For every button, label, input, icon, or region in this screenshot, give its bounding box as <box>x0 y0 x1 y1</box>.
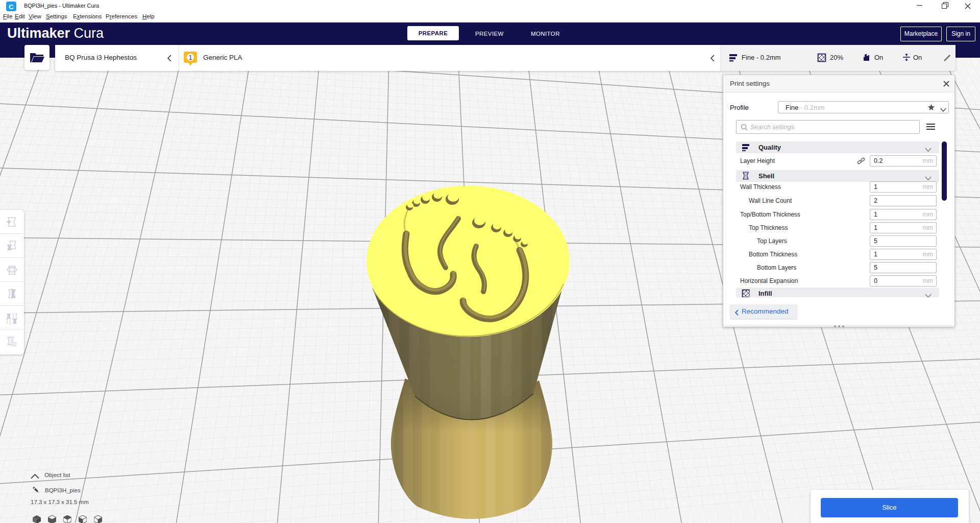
svg-text:1: 1 <box>189 54 192 61</box>
svg-text:C: C <box>9 3 14 11</box>
